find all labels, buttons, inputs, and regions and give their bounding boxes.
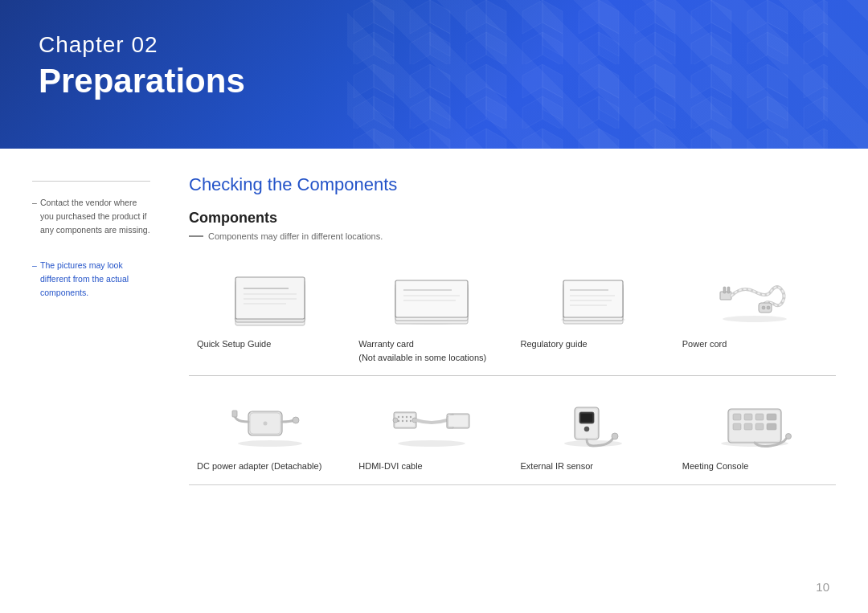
svg-rect-70	[755, 414, 764, 420]
meeting-console-icon	[682, 389, 828, 453]
component-hdmi-dvi: HDMI-DVI cable	[350, 382, 512, 485]
component-dc-adapter: DC power adapter (Detachable)	[189, 382, 350, 485]
svg-rect-32	[727, 287, 730, 293]
svg-point-47	[406, 415, 407, 417]
sidebar-note-2: The pictures may look different from the…	[32, 259, 150, 299]
svg-point-41	[263, 421, 267, 425]
svg-point-51	[406, 419, 407, 421]
component-label-quick-setup: Quick Setup Guide	[197, 337, 342, 351]
svg-point-63	[584, 427, 589, 431]
svg-point-36	[238, 440, 302, 447]
chapter-title: Preparations	[39, 61, 245, 101]
svg-rect-74	[755, 423, 764, 430]
section-title: Checking the Components	[189, 174, 836, 195]
svg-point-35	[767, 306, 770, 309]
hex-pattern-decoration	[346, 0, 828, 149]
svg-rect-57	[448, 415, 468, 427]
svg-rect-39	[232, 411, 237, 417]
svg-point-45	[398, 415, 399, 417]
svg-rect-73	[744, 423, 752, 430]
header-text: Chapter 02 Preparations	[39, 31, 245, 102]
svg-rect-69	[744, 414, 752, 420]
svg-point-48	[410, 415, 411, 417]
svg-rect-24	[563, 280, 623, 317]
svg-point-76	[786, 433, 792, 439]
svg-point-40	[293, 417, 299, 423]
component-regulatory: Regulatory guide	[513, 260, 674, 376]
component-warranty: Warranty card(Not available in some loca…	[350, 260, 512, 376]
component-ir-sensor: External IR sensor	[513, 382, 674, 485]
svg-rect-17	[395, 280, 468, 317]
hdmi-dvi-icon	[358, 389, 504, 453]
component-quick-setup: Quick Setup Guide	[189, 260, 350, 376]
svg-point-42	[398, 440, 465, 447]
quick-setup-icon	[197, 267, 342, 331]
svg-rect-9	[235, 277, 305, 319]
sidebar-note-1: Contact the vendor where you purchased t…	[32, 196, 150, 236]
power-cord-icon	[682, 267, 828, 331]
svg-point-64	[612, 433, 618, 439]
dc-adapter-icon	[197, 389, 342, 453]
component-label-hdmi-dvi: HDMI-DVI cable	[358, 460, 504, 473]
svg-rect-75	[767, 423, 776, 430]
page-number: 10	[816, 580, 829, 594]
svg-rect-5	[346, 0, 828, 149]
warranty-icon	[358, 267, 504, 331]
component-label-regulatory: Regulatory guide	[521, 337, 666, 351]
svg-rect-71	[767, 414, 776, 420]
ir-sensor-icon	[521, 389, 666, 453]
main-content: Checking the Components Components Compo…	[173, 149, 868, 613]
note-dash	[189, 235, 203, 237]
svg-point-50	[402, 419, 403, 421]
svg-point-34	[762, 306, 765, 309]
svg-point-46	[402, 415, 403, 417]
svg-point-29	[723, 316, 787, 322]
regulatory-icon	[521, 267, 666, 331]
svg-rect-68	[733, 414, 741, 420]
component-label-meeting-console: Meeting Console	[682, 460, 828, 473]
sidebar-divider	[32, 181, 150, 182]
svg-point-52	[410, 419, 411, 421]
header-banner: Chapter 02 Preparations	[0, 0, 868, 149]
component-label-dc-adapter: DC power adapter (Detachable)	[197, 460, 342, 473]
components-grid: Quick Setup Guide	[189, 260, 836, 485]
component-label-warranty: Warranty card(Not available in some loca…	[358, 337, 504, 364]
svg-rect-62	[581, 414, 592, 422]
component-label-power-cord: Power cord	[682, 337, 828, 351]
subsection-title: Components	[189, 210, 836, 227]
svg-rect-31	[723, 287, 726, 293]
svg-point-53	[393, 418, 398, 423]
chapter-label: Chapter 02	[39, 31, 245, 59]
note-text-content: Components may differ in different locat…	[208, 231, 383, 241]
note-text: Components may differ in different locat…	[189, 231, 836, 241]
svg-rect-72	[733, 423, 741, 430]
component-meeting-console: Meeting Console	[674, 382, 836, 485]
component-label-ir-sensor: External IR sensor	[521, 460, 666, 473]
sidebar: Contact the vendor where you purchased t…	[0, 149, 173, 613]
content-area: Contact the vendor where you purchased t…	[0, 149, 868, 613]
component-power-cord: Power cord	[674, 260, 836, 376]
